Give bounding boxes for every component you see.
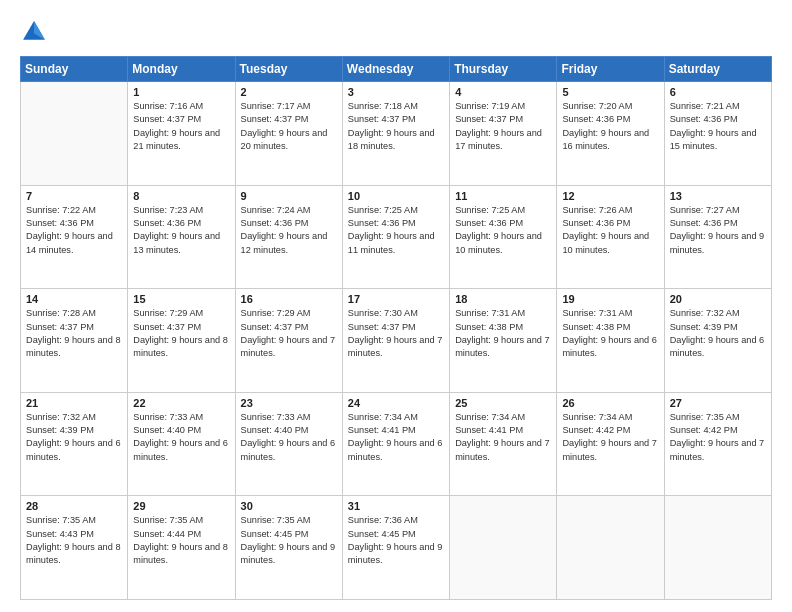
weekday-header: Tuesday bbox=[235, 57, 342, 82]
calendar-week-row: 14Sunrise: 7:28 AMSunset: 4:37 PMDayligh… bbox=[21, 289, 772, 393]
day-info: Sunrise: 7:35 AMSunset: 4:44 PMDaylight:… bbox=[133, 514, 229, 567]
day-number: 21 bbox=[26, 397, 122, 409]
calendar-cell: 28Sunrise: 7:35 AMSunset: 4:43 PMDayligh… bbox=[21, 496, 128, 600]
day-number: 19 bbox=[562, 293, 658, 305]
calendar-cell: 4Sunrise: 7:19 AMSunset: 4:37 PMDaylight… bbox=[450, 82, 557, 186]
calendar-cell bbox=[21, 82, 128, 186]
day-info: Sunrise: 7:24 AMSunset: 4:36 PMDaylight:… bbox=[241, 204, 337, 257]
calendar-week-row: 7Sunrise: 7:22 AMSunset: 4:36 PMDaylight… bbox=[21, 185, 772, 289]
calendar-cell: 6Sunrise: 7:21 AMSunset: 4:36 PMDaylight… bbox=[664, 82, 771, 186]
day-info: Sunrise: 7:20 AMSunset: 4:36 PMDaylight:… bbox=[562, 100, 658, 153]
day-number: 29 bbox=[133, 500, 229, 512]
calendar-cell: 29Sunrise: 7:35 AMSunset: 4:44 PMDayligh… bbox=[128, 496, 235, 600]
day-number: 5 bbox=[562, 86, 658, 98]
day-number: 12 bbox=[562, 190, 658, 202]
day-info: Sunrise: 7:22 AMSunset: 4:36 PMDaylight:… bbox=[26, 204, 122, 257]
calendar-cell: 17Sunrise: 7:30 AMSunset: 4:37 PMDayligh… bbox=[342, 289, 449, 393]
calendar-cell: 21Sunrise: 7:32 AMSunset: 4:39 PMDayligh… bbox=[21, 392, 128, 496]
calendar-cell: 24Sunrise: 7:34 AMSunset: 4:41 PMDayligh… bbox=[342, 392, 449, 496]
calendar-cell: 5Sunrise: 7:20 AMSunset: 4:36 PMDaylight… bbox=[557, 82, 664, 186]
calendar-cell: 10Sunrise: 7:25 AMSunset: 4:36 PMDayligh… bbox=[342, 185, 449, 289]
day-number: 16 bbox=[241, 293, 337, 305]
calendar-table: SundayMondayTuesdayWednesdayThursdayFrid… bbox=[20, 56, 772, 600]
day-info: Sunrise: 7:29 AMSunset: 4:37 PMDaylight:… bbox=[241, 307, 337, 360]
calendar-cell: 1Sunrise: 7:16 AMSunset: 4:37 PMDaylight… bbox=[128, 82, 235, 186]
calendar-cell: 25Sunrise: 7:34 AMSunset: 4:41 PMDayligh… bbox=[450, 392, 557, 496]
day-number: 30 bbox=[241, 500, 337, 512]
day-info: Sunrise: 7:17 AMSunset: 4:37 PMDaylight:… bbox=[241, 100, 337, 153]
day-number: 4 bbox=[455, 86, 551, 98]
day-number: 23 bbox=[241, 397, 337, 409]
day-info: Sunrise: 7:36 AMSunset: 4:45 PMDaylight:… bbox=[348, 514, 444, 567]
day-number: 22 bbox=[133, 397, 229, 409]
logo-icon bbox=[20, 18, 48, 46]
day-number: 6 bbox=[670, 86, 766, 98]
calendar-cell bbox=[664, 496, 771, 600]
calendar-cell bbox=[557, 496, 664, 600]
day-info: Sunrise: 7:32 AMSunset: 4:39 PMDaylight:… bbox=[26, 411, 122, 464]
day-info: Sunrise: 7:33 AMSunset: 4:40 PMDaylight:… bbox=[133, 411, 229, 464]
calendar-week-row: 21Sunrise: 7:32 AMSunset: 4:39 PMDayligh… bbox=[21, 392, 772, 496]
day-number: 18 bbox=[455, 293, 551, 305]
day-info: Sunrise: 7:25 AMSunset: 4:36 PMDaylight:… bbox=[348, 204, 444, 257]
calendar-cell: 18Sunrise: 7:31 AMSunset: 4:38 PMDayligh… bbox=[450, 289, 557, 393]
calendar-cell: 23Sunrise: 7:33 AMSunset: 4:40 PMDayligh… bbox=[235, 392, 342, 496]
day-number: 9 bbox=[241, 190, 337, 202]
day-number: 28 bbox=[26, 500, 122, 512]
calendar-cell: 30Sunrise: 7:35 AMSunset: 4:45 PMDayligh… bbox=[235, 496, 342, 600]
weekday-header: Sunday bbox=[21, 57, 128, 82]
day-number: 8 bbox=[133, 190, 229, 202]
day-number: 2 bbox=[241, 86, 337, 98]
day-number: 7 bbox=[26, 190, 122, 202]
day-info: Sunrise: 7:34 AMSunset: 4:41 PMDaylight:… bbox=[348, 411, 444, 464]
day-info: Sunrise: 7:19 AMSunset: 4:37 PMDaylight:… bbox=[455, 100, 551, 153]
day-info: Sunrise: 7:35 AMSunset: 4:43 PMDaylight:… bbox=[26, 514, 122, 567]
day-info: Sunrise: 7:28 AMSunset: 4:37 PMDaylight:… bbox=[26, 307, 122, 360]
calendar-cell: 13Sunrise: 7:27 AMSunset: 4:36 PMDayligh… bbox=[664, 185, 771, 289]
page: SundayMondayTuesdayWednesdayThursdayFrid… bbox=[0, 0, 792, 612]
calendar-cell: 27Sunrise: 7:35 AMSunset: 4:42 PMDayligh… bbox=[664, 392, 771, 496]
calendar-cell: 22Sunrise: 7:33 AMSunset: 4:40 PMDayligh… bbox=[128, 392, 235, 496]
day-info: Sunrise: 7:21 AMSunset: 4:36 PMDaylight:… bbox=[670, 100, 766, 153]
day-number: 10 bbox=[348, 190, 444, 202]
day-info: Sunrise: 7:29 AMSunset: 4:37 PMDaylight:… bbox=[133, 307, 229, 360]
day-number: 11 bbox=[455, 190, 551, 202]
day-info: Sunrise: 7:18 AMSunset: 4:37 PMDaylight:… bbox=[348, 100, 444, 153]
day-number: 3 bbox=[348, 86, 444, 98]
calendar-week-row: 1Sunrise: 7:16 AMSunset: 4:37 PMDaylight… bbox=[21, 82, 772, 186]
day-number: 26 bbox=[562, 397, 658, 409]
calendar-week-row: 28Sunrise: 7:35 AMSunset: 4:43 PMDayligh… bbox=[21, 496, 772, 600]
calendar-cell bbox=[450, 496, 557, 600]
calendar-cell: 19Sunrise: 7:31 AMSunset: 4:38 PMDayligh… bbox=[557, 289, 664, 393]
day-info: Sunrise: 7:32 AMSunset: 4:39 PMDaylight:… bbox=[670, 307, 766, 360]
day-number: 14 bbox=[26, 293, 122, 305]
day-number: 31 bbox=[348, 500, 444, 512]
calendar-cell: 7Sunrise: 7:22 AMSunset: 4:36 PMDaylight… bbox=[21, 185, 128, 289]
day-info: Sunrise: 7:31 AMSunset: 4:38 PMDaylight:… bbox=[455, 307, 551, 360]
weekday-header: Monday bbox=[128, 57, 235, 82]
calendar-cell: 16Sunrise: 7:29 AMSunset: 4:37 PMDayligh… bbox=[235, 289, 342, 393]
weekday-header: Saturday bbox=[664, 57, 771, 82]
calendar-header-row: SundayMondayTuesdayWednesdayThursdayFrid… bbox=[21, 57, 772, 82]
day-number: 13 bbox=[670, 190, 766, 202]
calendar-cell: 14Sunrise: 7:28 AMSunset: 4:37 PMDayligh… bbox=[21, 289, 128, 393]
day-info: Sunrise: 7:25 AMSunset: 4:36 PMDaylight:… bbox=[455, 204, 551, 257]
day-number: 15 bbox=[133, 293, 229, 305]
calendar-cell: 31Sunrise: 7:36 AMSunset: 4:45 PMDayligh… bbox=[342, 496, 449, 600]
day-info: Sunrise: 7:27 AMSunset: 4:36 PMDaylight:… bbox=[670, 204, 766, 257]
day-info: Sunrise: 7:33 AMSunset: 4:40 PMDaylight:… bbox=[241, 411, 337, 464]
day-number: 25 bbox=[455, 397, 551, 409]
day-info: Sunrise: 7:26 AMSunset: 4:36 PMDaylight:… bbox=[562, 204, 658, 257]
day-number: 20 bbox=[670, 293, 766, 305]
day-info: Sunrise: 7:34 AMSunset: 4:42 PMDaylight:… bbox=[562, 411, 658, 464]
calendar-cell: 2Sunrise: 7:17 AMSunset: 4:37 PMDaylight… bbox=[235, 82, 342, 186]
header bbox=[20, 18, 772, 46]
logo bbox=[20, 18, 52, 46]
calendar-cell: 26Sunrise: 7:34 AMSunset: 4:42 PMDayligh… bbox=[557, 392, 664, 496]
calendar-cell: 9Sunrise: 7:24 AMSunset: 4:36 PMDaylight… bbox=[235, 185, 342, 289]
day-number: 24 bbox=[348, 397, 444, 409]
day-info: Sunrise: 7:23 AMSunset: 4:36 PMDaylight:… bbox=[133, 204, 229, 257]
day-info: Sunrise: 7:16 AMSunset: 4:37 PMDaylight:… bbox=[133, 100, 229, 153]
calendar-cell: 12Sunrise: 7:26 AMSunset: 4:36 PMDayligh… bbox=[557, 185, 664, 289]
calendar-cell: 8Sunrise: 7:23 AMSunset: 4:36 PMDaylight… bbox=[128, 185, 235, 289]
